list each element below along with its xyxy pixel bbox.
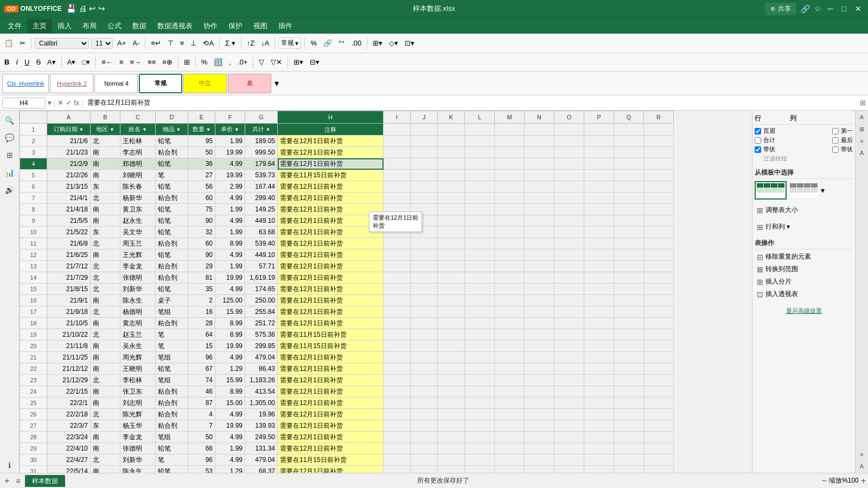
font-color-button[interactable]: A▾ <box>45 57 58 67</box>
cell-N17[interactable] <box>554 306 584 318</box>
cell-H20[interactable]: 需要在11月15日前补货 <box>278 341 384 352</box>
clear-filter-button[interactable]: ▽✕ <box>269 57 284 67</box>
cell-D2[interactable]: 铅笔 <box>156 136 188 147</box>
cell-G12[interactable]: 449.10 <box>245 249 278 261</box>
cell-N16[interactable] <box>554 295 584 306</box>
more-templates-icon[interactable]: ▾ <box>821 186 825 195</box>
table-col-btn[interactable]: ⊞▾ <box>291 57 305 67</box>
col-header-A[interactable]: A <box>47 111 91 124</box>
cell-G8[interactable]: 149.25 <box>245 204 278 215</box>
cell-H9[interactable]: 需要在12月1日前补货 <box>278 215 384 227</box>
cell-O1[interactable] <box>554 124 584 136</box>
cell-O16[interactable] <box>584 295 614 306</box>
cell-G2[interactable]: 189.05 <box>245 136 278 147</box>
cell-Q25[interactable] <box>644 397 674 409</box>
cell-K29[interactable] <box>465 443 495 454</box>
cell-C12[interactable]: 王光辉 <box>120 249 156 261</box>
cell-B5[interactable]: 南 <box>91 170 120 181</box>
cell-I28[interactable] <box>411 432 438 443</box>
cell-Q2[interactable] <box>644 136 674 147</box>
cell-H1[interactable]: 注释 <box>278 124 384 136</box>
cell-B6[interactable]: 东 <box>91 181 120 192</box>
cell-K19[interactable] <box>465 329 495 341</box>
cell-D12[interactable]: 铅笔 <box>156 249 188 261</box>
col-header-K[interactable]: K <box>438 111 465 124</box>
cell-O4[interactable] <box>584 158 614 170</box>
cell-B16[interactable]: 南 <box>91 295 120 306</box>
cell-I18[interactable] <box>411 318 438 329</box>
cell-C24[interactable]: 张卫东 <box>120 386 156 397</box>
cancel-formula-icon[interactable]: ✕ <box>58 99 63 107</box>
cell-G11[interactable]: 539.40 <box>245 238 278 249</box>
cell-N10[interactable] <box>554 227 584 238</box>
cell-B2[interactable]: 北 <box>91 136 120 147</box>
cell-H30[interactable] <box>384 454 411 466</box>
cell-M12[interactable] <box>525 249 554 261</box>
cell-N5[interactable] <box>554 170 584 181</box>
cell-P8[interactable] <box>614 204 644 215</box>
remove-dup-action[interactable]: ⊟ 移除重复的元素 <box>755 251 853 263</box>
pivot-sidebar-icon[interactable]: 📊 <box>2 165 17 180</box>
cell-O11[interactable] <box>584 238 614 249</box>
minimize-button[interactable]: ─ <box>826 4 835 13</box>
col-header-M[interactable]: M <box>495 111 525 124</box>
cell-B24[interactable]: 南 <box>91 386 120 397</box>
cell-K18[interactable] <box>465 318 495 329</box>
cell-E23[interactable]: 74 <box>188 375 215 386</box>
star-icon[interactable]: ☆ <box>814 4 821 13</box>
cell-E6[interactable]: 56 <box>188 181 215 192</box>
cell-L17[interactable] <box>495 306 525 318</box>
cell-L19[interactable] <box>495 329 525 341</box>
justify-button[interactable]: ≡≡ <box>145 57 158 67</box>
cell-H23[interactable] <box>384 375 411 386</box>
cell-G13[interactable]: 57.71 <box>245 261 278 272</box>
cell-M16[interactable] <box>525 295 554 306</box>
cell-E18[interactable]: 28 <box>188 318 215 329</box>
link-icon[interactable]: 🔗 <box>801 4 810 13</box>
cell-Q6[interactable] <box>644 181 674 192</box>
sheet-tab-sample[interactable]: 样本数据 <box>25 475 65 487</box>
cell-O3[interactable] <box>584 147 614 158</box>
format-cells-btn[interactable]: 🔢 <box>212 57 225 67</box>
cell-P20[interactable] <box>614 341 644 352</box>
cell-B14[interactable]: 北 <box>91 272 120 284</box>
cell-K17[interactable] <box>465 306 495 318</box>
cell-I1[interactable] <box>384 124 411 136</box>
cell-M5[interactable] <box>525 170 554 181</box>
cell-C1[interactable]: 姓名 ▼ <box>120 124 156 136</box>
cell-A7[interactable]: 21/4/1 <box>47 192 91 204</box>
cell-H15[interactable] <box>384 284 411 295</box>
comma-format-button[interactable]: 🔗 <box>321 38 334 48</box>
cell-D25[interactable]: 粘合剂 <box>156 397 188 409</box>
cell-E12[interactable]: 90 <box>188 249 215 261</box>
cell-M25[interactable] <box>525 397 554 409</box>
cell-I20[interactable] <box>411 341 438 352</box>
cell-A20[interactable]: 21/11/8 <box>47 341 91 352</box>
cell-L16[interactable] <box>495 295 525 306</box>
cell-B12[interactable]: 南 <box>91 249 120 261</box>
cell-C5[interactable]: 刘晓明 <box>120 170 156 181</box>
cell-C23[interactable]: 李松林 <box>120 375 156 386</box>
cell-D28[interactable]: 笔组 <box>156 432 188 443</box>
cell-N11[interactable] <box>554 238 584 249</box>
cell-H12[interactable] <box>384 249 411 261</box>
cell-M7[interactable] <box>525 192 554 204</box>
cell-F5[interactable]: 19.99 <box>215 170 245 181</box>
cell-Q8[interactable] <box>644 204 674 215</box>
cell-M19[interactable] <box>525 329 554 341</box>
menu-formula[interactable]: 公式 <box>102 19 127 33</box>
cell-Q19[interactable] <box>644 329 674 341</box>
cell-Q20[interactable] <box>644 341 674 352</box>
cell-L26[interactable] <box>495 409 525 420</box>
cell-L10[interactable] <box>495 227 525 238</box>
col-header-R[interactable]: R <box>644 111 674 124</box>
cell-B1[interactable]: 地区 ▼ <box>91 124 120 136</box>
cell-H27[interactable] <box>384 420 411 432</box>
rm-btn-1[interactable]: A <box>857 112 867 123</box>
cell-D20[interactable]: 笔 <box>156 341 188 352</box>
cell-D11[interactable]: 粘合剂 <box>156 238 188 249</box>
cell-N12[interactable] <box>554 249 584 261</box>
cells-button[interactable]: ⊡▾ <box>403 38 417 48</box>
cell-O7[interactable] <box>584 192 614 204</box>
cell-Q28[interactable] <box>644 432 674 443</box>
